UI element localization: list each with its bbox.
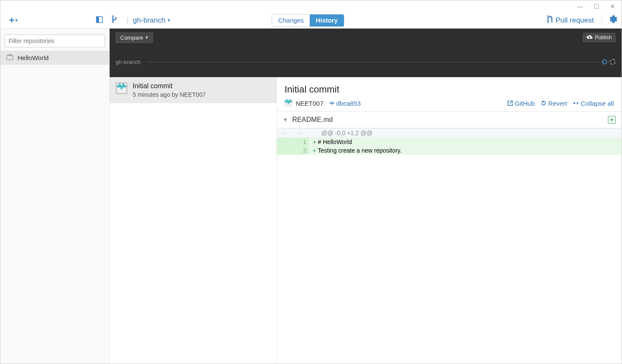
commit-title: Initial commit: [133, 82, 206, 90]
add-file-badge: +: [608, 116, 616, 124]
sidebar-item-repo[interactable]: HelloWorld: [0, 51, 109, 65]
publish-button[interactable]: Publish: [583, 33, 616, 42]
commit-detail-title: Initial commit: [285, 84, 614, 95]
commit-meta: 5 minutes ago by NEET007: [133, 91, 206, 98]
chevron-down-icon: ▾: [166, 17, 170, 23]
branch-icon: [111, 15, 117, 25]
plus-icon: +: [9, 15, 15, 26]
sidebar-toggle[interactable]: [96, 16, 103, 25]
avatar: [116, 82, 128, 94]
cloud-upload-icon: [587, 35, 593, 40]
pull-request-button[interactable]: Pull request: [547, 15, 594, 25]
svg-rect-2: [7, 55, 13, 60]
separator: |: [127, 16, 128, 25]
line-gutter-old: [277, 138, 293, 146]
timeline-line: [148, 62, 605, 62]
revert-button[interactable]: Revert: [541, 100, 567, 107]
branch-selector[interactable]: | gh-branch ▾: [107, 15, 170, 25]
diff-view: ··· ··· @@ -0,0 +1,2 @@ 1 # HelloWorld 2…: [277, 128, 622, 155]
tab-changes[interactable]: Changes: [272, 14, 310, 26]
svg-point-14: [331, 102, 333, 104]
svg-rect-1: [96, 17, 99, 23]
hunk-header: @@ -0,0 +1,2 @@: [309, 129, 622, 137]
svg-rect-7: [117, 85, 126, 87]
compare-button[interactable]: Compare ▼: [116, 32, 153, 43]
close-button[interactable]: ✕: [609, 3, 616, 10]
line-gutter-new: 2: [293, 146, 309, 155]
minimize-button[interactable]: —: [576, 3, 584, 10]
chevron-down-icon: ▾: [15, 18, 17, 23]
line-gutter: ···: [277, 129, 293, 137]
chevron-down-icon: ▼: [283, 117, 288, 123]
pull-request-label: Pull request: [555, 16, 594, 25]
line-gutter-new: 1: [293, 138, 309, 146]
svg-rect-8: [121, 87, 122, 89]
diff-line: Testing create a new repository.: [309, 146, 622, 155]
file-header[interactable]: ▼ README.md +: [277, 112, 622, 128]
open-github-button[interactable]: GitHub: [507, 100, 535, 107]
collapse-all-button[interactable]: Collapse all: [573, 100, 614, 107]
line-gutter-old: [277, 146, 293, 155]
file-name: README.md: [292, 116, 333, 124]
repo-filter-input[interactable]: [5, 35, 105, 47]
maximize-button[interactable]: ☐: [593, 3, 600, 10]
svg-rect-6: [122, 84, 124, 85]
commit-dot[interactable]: [602, 59, 607, 64]
add-dropdown[interactable]: +▾: [9, 15, 17, 26]
svg-rect-5: [119, 84, 120, 85]
svg-rect-11: [289, 99, 291, 101]
commit-author: NEET007: [285, 99, 323, 107]
timeline-branch-label: gh-branch: [116, 59, 141, 65]
commit-sha[interactable]: dbca853: [329, 100, 361, 107]
commit-item[interactable]: Initial commit 5 minutes ago by NEET007: [110, 77, 276, 103]
repo-icon: [6, 54, 13, 61]
branch-name: gh-branch: [133, 16, 166, 25]
line-gutter: ···: [293, 129, 309, 137]
separator: [602, 16, 602, 25]
settings-button[interactable]: [610, 15, 617, 25]
svg-rect-12: [285, 101, 292, 103]
repo-name: HelloWorld: [17, 54, 49, 61]
svg-rect-3: [8, 55, 12, 55]
svg-rect-10: [286, 99, 288, 101]
pending-dot: [610, 59, 616, 65]
view-toggle: Changes History: [272, 14, 344, 27]
pull-request-icon: [547, 15, 553, 25]
svg-rect-13: [288, 102, 289, 104]
tab-history[interactable]: History: [310, 14, 344, 26]
chevron-down-icon: ▼: [145, 35, 148, 40]
diff-line: # HelloWorld: [309, 138, 622, 146]
